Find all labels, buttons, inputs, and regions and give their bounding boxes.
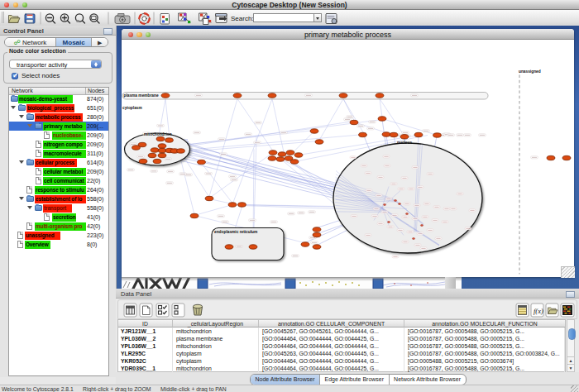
svg-text:nucleus: nucleus	[397, 141, 412, 145]
svg-text:endoplasmic reticulum: endoplasmic reticulum	[214, 229, 257, 233]
svg-text:f(x): f(x)	[534, 307, 543, 315]
svg-text:plasma membrane: plasma membrane	[124, 93, 159, 98]
svg-text:unassigned: unassigned	[519, 69, 541, 73]
svg-text:cytoplasm: cytoplasm	[122, 105, 142, 109]
svg-text:mitochondrion: mitochondrion	[144, 131, 172, 136]
